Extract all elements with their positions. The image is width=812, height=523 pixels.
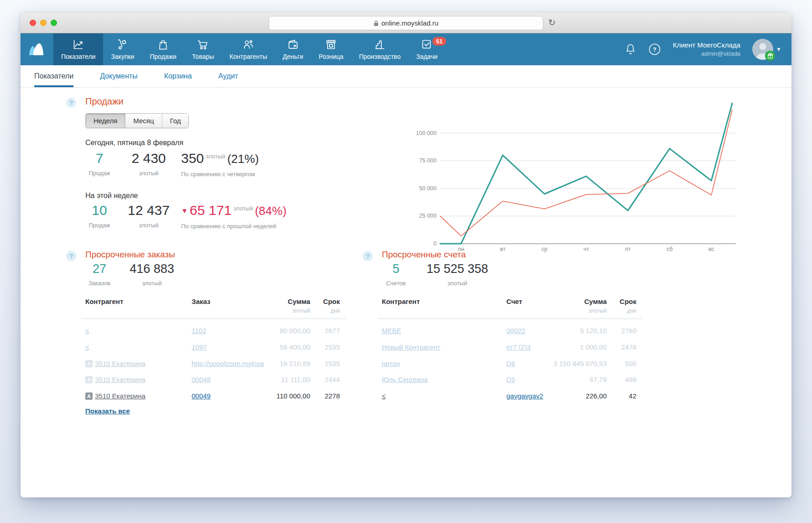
chart-y-tick-label: 50 000	[419, 185, 437, 192]
nav-item-tasks[interactable]: Задачи 51	[408, 33, 445, 65]
notifications-button[interactable]	[625, 43, 636, 56]
order-link[interactable]: http://popolzoon.myinsa	[192, 360, 264, 367]
tab-indicators[interactable]: Показатели	[34, 65, 73, 87]
sales-chart: 025 00050 00075 000100 000пнвтсрчтптсбвс	[381, 88, 741, 259]
tab-audit[interactable]: Аудит	[219, 65, 239, 87]
counterparty-link[interactable]: ≤	[85, 327, 89, 335]
order-link[interactable]: 00048	[192, 376, 211, 383]
chart-y-tick-label: 0	[433, 241, 437, 247]
invoice-link[interactable]: trr7 (2)3	[506, 343, 531, 351]
orders-help-icon[interactable]: ?	[66, 251, 76, 261]
nav-item-indicators[interactable]: Показатели	[53, 33, 103, 65]
week-diff-value: 65 171	[190, 203, 232, 218]
table-row: А3510 Екатерина 00048 11 111,00 2444	[85, 376, 340, 386]
minimize-button[interactable]	[40, 20, 47, 26]
week-sales-count: 10 Продаж	[80, 203, 119, 229]
user-email: admin@sklada	[673, 49, 740, 58]
table-row: ≤ 1102 80 000,00 2677	[85, 327, 340, 337]
nav-item-label: Производство	[359, 53, 401, 60]
sales-help-icon[interactable]: ?	[66, 98, 76, 108]
nav-item-production[interactable]: Производство	[351, 33, 408, 65]
user-info[interactable]: Клиент МоегоСклада admin@sklada	[673, 41, 740, 58]
order-link[interactable]: 1102	[192, 327, 206, 335]
counterparty-link[interactable]: 3510 Екатерина	[95, 360, 146, 367]
url-text: online.moysklad.ru	[381, 19, 438, 27]
chart-x-tick-label: чт	[583, 246, 589, 252]
invoices-count: 5 Счетов	[376, 262, 416, 287]
period-month-button[interactable]: Месяц	[125, 114, 161, 128]
order-days: 2444	[325, 376, 340, 383]
nav-item-label: Продажи	[150, 53, 176, 60]
reload-button[interactable]: ↻	[548, 16, 556, 29]
nav-item-retail[interactable]: Розница	[311, 33, 351, 65]
nav-item-label: Товары	[192, 53, 214, 60]
orders-total: 416 883 злотый	[120, 262, 184, 287]
show-all-link[interactable]: Показать все	[85, 407, 130, 415]
week-diff-pct: (84%)	[255, 204, 286, 218]
invoices-col-invoice: Счет	[506, 298, 522, 305]
main-navbar: Показатели Закупки Продажи Товары	[21, 33, 791, 65]
nav-item-label: Закупки	[111, 53, 134, 60]
counterparty-link[interactable]: Новый Контрагент	[382, 343, 440, 351]
period-year-button[interactable]: Год	[162, 114, 189, 128]
lock-icon	[374, 20, 379, 26]
svg-text:?: ?	[653, 46, 656, 53]
tab-basket[interactable]: Корзина	[164, 65, 192, 87]
invoices-total-value: 15 525 358	[417, 262, 497, 276]
counterparty-link[interactable]: ≤	[85, 343, 89, 351]
close-button[interactable]	[30, 20, 36, 26]
order-sum: 56 400,00	[280, 343, 310, 351]
invoice-sum: 5 120,10	[580, 327, 607, 335]
tab-documents[interactable]: Документы	[100, 65, 137, 87]
invoice-days: 42	[629, 392, 636, 400]
counterparty-link[interactable]: питон	[382, 360, 400, 367]
nav-item-label: Показатели	[61, 53, 95, 60]
invoice-link[interactable]: 00022	[506, 327, 526, 335]
counterparty-link[interactable]: 3510 Екатерина	[95, 376, 146, 383]
chevron-down-icon[interactable]: ▼	[776, 46, 781, 52]
orders-header-rule	[81, 319, 346, 319]
goods-icon	[197, 38, 209, 51]
order-link[interactable]: 00049	[192, 392, 211, 400]
counterparty-link[interactable]: 3510 Екатерина	[95, 392, 146, 400]
chart-line-series-red	[440, 110, 732, 236]
today-amount: 2 430 злотый	[125, 151, 173, 177]
today-diff-pct: (21%)	[227, 152, 259, 166]
tasks-count-badge: 51	[432, 37, 446, 46]
nav-item-goods[interactable]: Товары	[184, 33, 222, 65]
invoices-total: 15 525 358 злотый	[417, 262, 497, 287]
invoice-link[interactable]: D6	[506, 360, 515, 367]
nav-item-label: Задачи	[416, 53, 437, 60]
invoice-link[interactable]: D5	[506, 376, 515, 383]
counterparty-link[interactable]: МЕБЕ	[382, 327, 401, 335]
chart-x-tick-label: вт	[500, 246, 505, 252]
invoice-link[interactable]: gavgavgav2	[506, 392, 543, 400]
nav-item-sales[interactable]: Продажи	[142, 33, 184, 65]
counterparty-link[interactable]: ≤	[382, 392, 385, 400]
counterparty-link[interactable]: Юль Сергевна	[382, 376, 428, 383]
avatar[interactable]	[752, 39, 773, 60]
order-days: 2677	[325, 327, 340, 335]
today-label: Сегодня, пятница 8 февраля	[85, 139, 183, 147]
order-link[interactable]: 1097	[192, 343, 207, 351]
nav-item-label: Контрагенты	[229, 53, 267, 60]
nav-item-money[interactable]: Деньги	[275, 33, 311, 65]
invoice-days: 500	[625, 360, 636, 367]
today-diff-value: 350	[181, 151, 204, 166]
today-diff: 350злотый(21%) По сравнению с четвергом	[181, 151, 259, 178]
nav-item-purchases[interactable]: Закупки	[103, 33, 142, 65]
invoices-count-value: 5	[376, 262, 416, 276]
sales-chart-svg: 025 00050 00075 000100 000пнвтсрчтптсбвс	[381, 88, 741, 259]
today-sales-count-value: 7	[80, 151, 119, 166]
chart-x-tick-label: сб	[666, 246, 672, 252]
help-button[interactable]: ?	[648, 43, 661, 56]
nav-item-counterparties[interactable]: Контрагенты	[222, 33, 275, 65]
zoom-button[interactable]	[51, 20, 57, 26]
period-week-button[interactable]: Неделя	[86, 114, 125, 128]
orders-count-value: 27	[80, 262, 119, 276]
chart-x-tick-label: пт	[625, 246, 631, 252]
invoices-help-icon[interactable]: ?	[363, 251, 373, 261]
week-amount-value: 12 437	[125, 203, 173, 218]
url-bar[interactable]: online.moysklad.ru	[269, 16, 543, 30]
moysklad-logo[interactable]	[21, 33, 53, 65]
